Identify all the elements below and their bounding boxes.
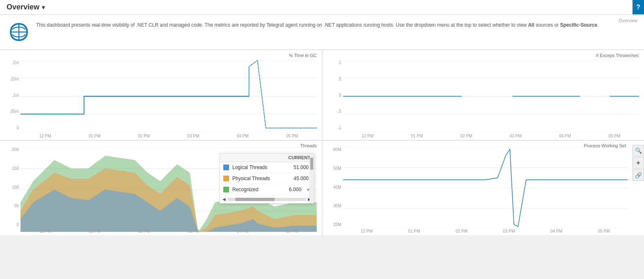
chart-exceps: # Exceps Thrown/sec 1 .5 0 -.5 -1 [323,50,644,140]
banner-desc1: This dashboard presents real-time visibi… [36,22,528,28]
scroll-thumb-h [235,198,275,201]
chart-area-gc: .2m .15m .1m .05m 0 12 P [5,60,317,138]
y-labels-exceps: 1 .5 0 -.5 -1 [328,60,343,130]
legend-color-logical [223,165,229,170]
legend-row-physical: Physical Threads 45.000 [220,173,314,184]
chart-svg-exceps [343,60,639,132]
chart-svg-gc [21,60,317,132]
banner-text: This dashboard presents real-time visibi… [36,21,599,29]
x-labels-exceps: 12 PM 01 PM 02 PM 03 PM 04 PM 05 PM [343,134,639,138]
banner-section: Overview This dashboard presents real-ti… [0,15,644,50]
legend-value-logical: 51.000 [293,165,309,170]
banner-desc3: . [597,22,598,28]
chart-time-in-gc: % Time in GC .2m .15m .1m .05m 0 [0,50,322,140]
y-labels-threads: 200 150 100 50 0 [5,147,21,227]
legend-row-logical: Logical Threads 51.000 [220,162,314,173]
y-labels-ws: 60M 50M 40M 30M 20M [328,147,343,227]
legend-name-logical: Logical Threads [232,165,290,170]
legend-color-physical [223,176,229,181]
legend-color-recognized [223,187,229,192]
chart-title-exceps: # Exceps Thrown/sec [596,53,639,58]
charts-grid: % Time in GC .2m .15m .1m .05m 0 [0,50,644,235]
search-tool-button[interactable]: 🔍 [633,145,644,156]
legend-name-recognized: Recognized [232,187,286,192]
legend-header: CURRENT [220,153,314,162]
legend-row-recognized: Recognized 6.000 ▼ [220,184,314,195]
x-labels-ws: 12 PM 01 PM 02 PM 03 PM 04 PM 05 PM [343,229,628,233]
legend-value-physical: 45.000 [293,176,309,181]
help-button[interactable]: ? [633,0,644,14]
x-labels-gc: 12 PM 01 PM 02 PM 03 PM 04 PM 05 PM [21,134,317,138]
chart-area-exceps: 1 .5 0 -.5 -1 12 PM 01 PM 02 PM [328,60,639,138]
banner-desc2: sources or [534,22,560,28]
banner-bold2: Specific-Source [560,22,597,28]
scroll-track-h [227,198,306,201]
scroll-left-arrow[interactable]: ◀ [222,197,226,201]
y-labels-gc: .2m .15m .1m .05m 0 [5,60,21,130]
scroll-thumb-v [310,158,313,170]
zoom-in-button[interactable]: + [633,157,644,169]
header-title-container: Overview ▾ [7,3,45,11]
header: Overview ▾ ? [0,0,644,15]
legend-name-physical: Physical Threads [232,176,290,181]
dotnet-logo [8,21,30,43]
chart-working-set: Process Working Set 60M 50M 40M 30M 20M … [323,141,644,235]
legend-scrollbar-vertical[interactable] [309,153,314,203]
chart-svg-ws [343,147,628,229]
legend-scroll-track[interactable]: ◀ ▶ [220,195,314,203]
link-tool-button[interactable]: 🔗 [633,169,644,181]
overview-title: Overview [7,3,39,11]
legend-value-recognized: 6.000 [289,187,301,192]
chart-threads: Threads 200 150 100 50 0 [0,141,322,235]
x-labels-threads: 12 PM 01 PM 02 PM 03 PM 04 PM 05 PM [21,229,317,233]
right-tools: 🔍 + 🔗 [633,145,644,181]
dropdown-icon[interactable]: ▾ [42,4,45,11]
legend-overlay: CURRENT Logical Threads 51.000 Physical … [220,153,314,204]
banner-label: Overview [619,18,637,23]
banner-bold1: All [528,22,534,28]
chart-title-gc: % Time in GC [289,53,317,58]
